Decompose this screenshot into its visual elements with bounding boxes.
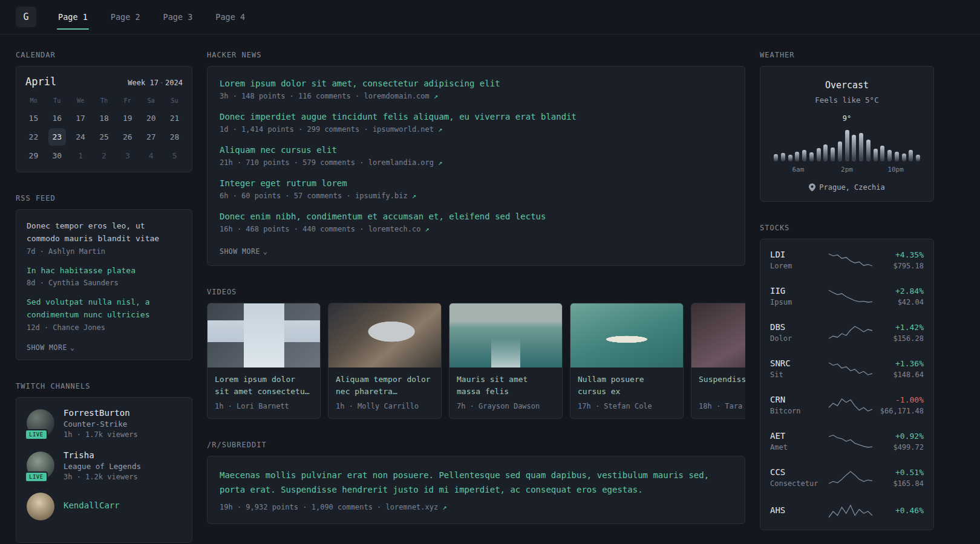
subreddit-post-meta: 19h · 9,932 points · 1,090 comments · lo… bbox=[220, 503, 733, 511]
rss-item-title[interactable]: In hac habitasse platea bbox=[27, 265, 181, 277]
hn-item-domain[interactable]: loremtech.co bbox=[368, 225, 421, 233]
video-card[interactable]: Lorem ipsum dolor sit amet consectetu… 1… bbox=[207, 303, 321, 419]
stock-symbol: CCS bbox=[770, 467, 828, 477]
stock-name: Ipsum bbox=[770, 298, 828, 306]
stock-sparkline bbox=[828, 361, 873, 377]
separator-dot: · bbox=[158, 79, 165, 87]
rss-show-more-button[interactable]: SHOW MORE⌄ bbox=[27, 343, 75, 352]
channel-name[interactable]: KendallCarr bbox=[64, 500, 120, 510]
calendar-day: 24 bbox=[69, 128, 93, 146]
video-thumbnail[interactable] bbox=[207, 303, 320, 368]
calendar-day-header: Tu bbox=[45, 94, 69, 108]
video-card[interactable]: Mauris sit amet massa felis 7h · Grayson… bbox=[449, 303, 563, 419]
channel-name[interactable]: Trisha bbox=[64, 450, 141, 460]
stock-row[interactable]: DBSDolor +1.42%$156.28 bbox=[760, 314, 933, 351]
video-thumbnail[interactable] bbox=[570, 303, 683, 368]
video-meta: 17h · Stefan Cole bbox=[570, 398, 683, 418]
twitch-channel[interactable]: LIVE ForrestBurton Counter-Strike 1h · 1… bbox=[27, 408, 181, 439]
hn-item-domain[interactable]: loremlandia.org bbox=[368, 158, 434, 167]
hn-item-domain[interactable]: ipsumify.biz bbox=[355, 192, 408, 200]
video-title[interactable]: Nullam posuere cursus ex bbox=[570, 368, 683, 398]
weather-chart: 9° 6am 2pm 10pm bbox=[770, 114, 924, 175]
weather-bar bbox=[823, 144, 828, 161]
hn-item-title[interactable]: Donec enim nibh, condimentum et accumsan… bbox=[220, 212, 733, 221]
video-title[interactable]: Suspendisse diam bbox=[691, 368, 745, 398]
calendar-grid: MoTuWeThFrSaSu15161718192021222324252627… bbox=[16, 91, 192, 172]
video-card[interactable]: Nullam posuere cursus ex 17h · Stefan Co… bbox=[570, 303, 684, 419]
tab-page-4[interactable]: Page 4 bbox=[208, 0, 252, 34]
hn-show-more-button[interactable]: SHOW MORE⌄ bbox=[220, 247, 268, 256]
middle-column: HACKER NEWS Lorem ipsum dolor sit amet, … bbox=[207, 51, 745, 524]
weather-bar bbox=[887, 150, 892, 161]
weather-location: Prague, Czechia bbox=[770, 183, 924, 192]
stock-symbol: DBS bbox=[770, 322, 828, 332]
hn-item-domain[interactable]: loremdomain.com bbox=[364, 92, 429, 100]
tab-page-1[interactable]: Page 1 bbox=[51, 0, 95, 34]
calendar-header: April Week 17·2024 bbox=[16, 66, 192, 91]
stock-price: $156.28 bbox=[893, 334, 924, 343]
hackernews-widget: HACKER NEWS Lorem ipsum dolor sit amet, … bbox=[207, 51, 745, 266]
stock-row[interactable]: CCSConsectetur +0.51%$165.84 bbox=[760, 459, 933, 496]
weather-bar bbox=[781, 153, 785, 161]
subreddit-post-domain[interactable]: loremnet.xyz bbox=[386, 503, 439, 511]
rss-item-title[interactable]: Donec tempor eros leo, ut commodo mauris… bbox=[27, 220, 181, 245]
rss-item-title[interactable]: Sed volutpat nulla nisl, a condimentum n… bbox=[27, 296, 181, 322]
rss-item-meta: 12d · Chance Jones bbox=[27, 323, 181, 332]
subreddit-post: Maecenas mollis pulvinar erat non posuer… bbox=[220, 468, 733, 511]
weather-bar bbox=[895, 152, 899, 161]
video-row: Lorem ipsum dolor sit amet consectetu… 1… bbox=[207, 303, 745, 419]
rss-item-meta: 8d · Cynthia Saunders bbox=[27, 279, 181, 287]
subreddit-card: Maecenas mollis pulvinar erat non posuer… bbox=[207, 456, 745, 524]
stock-row[interactable]: AHS +0.46% bbox=[760, 496, 933, 527]
calendar-week: Week 17 bbox=[128, 79, 158, 87]
section-title-calendar: CALENDAR bbox=[16, 51, 192, 59]
weather-bar bbox=[838, 141, 842, 161]
stock-name: Lorem bbox=[770, 262, 828, 270]
hn-item-title[interactable]: Aliquam nec cursus elit bbox=[220, 145, 733, 155]
channel-name[interactable]: ForrestBurton bbox=[64, 408, 138, 418]
stock-row[interactable]: IIGIpsum +2.84%$42.04 bbox=[760, 278, 933, 314]
stock-row[interactable]: AETAmet +0.92%$499.72 bbox=[760, 423, 933, 459]
hn-item-domain[interactable]: ipsumworld.net bbox=[373, 125, 434, 134]
video-title[interactable]: Lorem ipsum dolor sit amet consectetu… bbox=[207, 368, 320, 398]
hn-item-meta: 6h · 60 points · 57 comments · ipsumify.… bbox=[220, 192, 733, 200]
calendar-card: April Week 17·2024 MoTuWeThFrSaSu1516171… bbox=[16, 66, 192, 172]
avatar-wrap: LIVE bbox=[27, 409, 54, 437]
stock-change: +1.36% bbox=[893, 359, 924, 368]
rss-card: Donec tempor eros leo, ut commodo mauris… bbox=[16, 209, 192, 360]
tab-page-3[interactable]: Page 3 bbox=[156, 0, 200, 34]
tab-page-2[interactable]: Page 2 bbox=[103, 0, 148, 34]
calendar-day: 15 bbox=[22, 109, 45, 127]
calendar-day-header: Mo bbox=[22, 94, 45, 108]
hn-item-title[interactable]: Integer eget rutrum lorem bbox=[220, 178, 733, 188]
stock-price: $165.84 bbox=[893, 479, 924, 488]
video-thumbnail[interactable] bbox=[691, 303, 745, 368]
dashboard: CALENDAR April Week 17·2024 MoTuWeThFrSa… bbox=[0, 34, 980, 543]
twitch-channel[interactable]: LIVE Trisha League of Legends 3h · 1.2k … bbox=[27, 450, 181, 481]
video-card[interactable]: Aliquam tempor dolor nec pharetra… 1h · … bbox=[328, 303, 442, 419]
rss-item: In hac habitasse platea 8d · Cynthia Sau… bbox=[27, 265, 181, 288]
twitch-channel[interactable]: KendallCarr bbox=[27, 493, 181, 520]
stock-symbol: IIG bbox=[770, 286, 828, 296]
weather-bar bbox=[859, 133, 863, 161]
weather-card: Overcast Feels like 5°C 9° 6am 2pm 10pm … bbox=[760, 66, 934, 202]
video-title[interactable]: Mauris sit amet massa felis bbox=[449, 368, 562, 398]
live-badge: LIVE bbox=[25, 471, 48, 482]
stock-row[interactable]: SNRCSit +1.36%$148.64 bbox=[760, 351, 933, 387]
stock-row[interactable]: LDILorem +4.35%$795.18 bbox=[760, 242, 933, 278]
page-tabs: Page 1 Page 2 Page 3 Page 4 bbox=[51, 0, 261, 34]
app-logo[interactable]: G bbox=[16, 7, 36, 27]
video-thumbnail[interactable] bbox=[328, 303, 441, 368]
video-thumbnail[interactable] bbox=[449, 303, 562, 368]
subreddit-post-title[interactable]: Maecenas mollis pulvinar erat non posuer… bbox=[220, 468, 733, 497]
weather-bar bbox=[817, 148, 821, 161]
stock-row[interactable]: CRNBitcorn -1.00%$66,171.48 bbox=[760, 387, 933, 423]
hn-item-title[interactable]: Donec imperdiet augue tincidunt felis al… bbox=[220, 112, 733, 121]
hn-item-title[interactable]: Lorem ipsum dolor sit amet, consectetur … bbox=[220, 79, 733, 88]
video-card[interactable]: Suspendisse diam 18h · Tara bbox=[691, 303, 745, 419]
stock-price: $148.64 bbox=[893, 371, 924, 379]
stock-symbol: LDI bbox=[770, 250, 828, 259]
stock-name: Amet bbox=[770, 443, 828, 452]
calendar-day: 22 bbox=[22, 128, 45, 146]
video-title[interactable]: Aliquam tempor dolor nec pharetra… bbox=[328, 368, 441, 398]
